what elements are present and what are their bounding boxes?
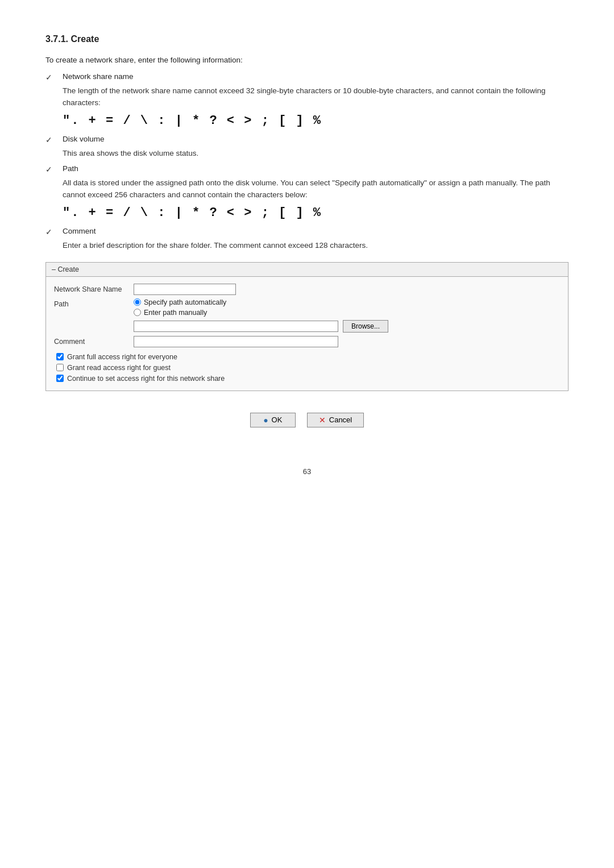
ok-icon: ● bbox=[263, 416, 268, 425]
continue-set-access-label: Continue to set access right for this ne… bbox=[67, 375, 225, 383]
bullet-label-3: Path bbox=[63, 164, 78, 173]
path-auto-option[interactable]: Specify path automatically bbox=[134, 298, 560, 306]
bullet-desc-1: The length of the network share name can… bbox=[63, 85, 569, 109]
grant-read-access-checkbox[interactable] bbox=[56, 364, 64, 371]
path-manual-input[interactable] bbox=[134, 321, 338, 332]
network-share-name-label: Network Share Name bbox=[54, 284, 134, 293]
comment-input[interactable] bbox=[134, 336, 338, 347]
browse-button[interactable]: Browse... bbox=[343, 320, 388, 333]
section-title: 3.7.1. Create bbox=[45, 34, 569, 44]
bullet-item-path: ✓ Path bbox=[45, 164, 569, 174]
cancel-button[interactable]: ✕ Cancel bbox=[307, 413, 364, 427]
bullet-desc-4: Enter a brief description for the share … bbox=[63, 240, 569, 252]
path-controls: Specify path automatically Enter path ma… bbox=[134, 298, 560, 333]
checkmark-icon-3: ✓ bbox=[45, 165, 55, 174]
bullet-item-network-share-name: ✓ Network share name bbox=[45, 72, 569, 82]
checkbox-item-3[interactable]: Continue to set access right for this ne… bbox=[56, 375, 560, 383]
bullet-desc-3: All data is stored under the assigned pa… bbox=[63, 177, 569, 201]
bullet-desc-2: This area shows the disk volume status. bbox=[63, 148, 569, 160]
network-share-name-row: Network Share Name bbox=[54, 284, 560, 295]
checkmark-icon-2: ✓ bbox=[45, 135, 55, 144]
checkbox-item-2[interactable]: Grant read access right for guest bbox=[56, 364, 560, 372]
cancel-icon: ✕ bbox=[319, 416, 326, 425]
checkbox-item-1[interactable]: Grant full access right for everyone bbox=[56, 353, 560, 361]
network-share-name-controls bbox=[134, 284, 560, 295]
ok-button[interactable]: ● OK bbox=[250, 413, 296, 427]
button-row: ● OK ✕ Cancel bbox=[45, 407, 569, 433]
create-panel-body: Network Share Name Path Specify path aut… bbox=[46, 277, 568, 391]
code-block-1: ". + = / \ : | * ? < > ; [ ] % bbox=[63, 114, 569, 128]
path-manual-radio[interactable] bbox=[134, 309, 141, 316]
path-manual-label: Enter path manually bbox=[144, 309, 207, 317]
network-share-name-input[interactable] bbox=[134, 284, 236, 295]
checkmark-icon-1: ✓ bbox=[45, 73, 55, 82]
grant-full-access-checkbox[interactable] bbox=[56, 353, 64, 360]
continue-set-access-checkbox[interactable] bbox=[56, 375, 64, 382]
comment-label: Comment bbox=[54, 336, 134, 346]
create-panel: – Create Network Share Name Path Specify… bbox=[45, 262, 569, 391]
page-number: 63 bbox=[45, 467, 569, 476]
bullet-item-disk-volume: ✓ Disk volume bbox=[45, 135, 569, 144]
path-auto-radio[interactable] bbox=[134, 298, 141, 306]
create-panel-header: – Create bbox=[46, 263, 568, 277]
comment-controls bbox=[134, 336, 560, 347]
bullet-item-comment: ✓ Comment bbox=[45, 227, 569, 236]
path-manual-option[interactable]: Enter path manually bbox=[134, 309, 560, 317]
ok-label: OK bbox=[272, 416, 283, 424]
bullet-label-4: Comment bbox=[63, 227, 96, 235]
checkmark-icon-4: ✓ bbox=[45, 227, 55, 236]
code-block-2: ". + = / \ : | * ? < > ; [ ] % bbox=[63, 206, 569, 220]
grant-full-access-label: Grant full access right for everyone bbox=[67, 353, 177, 361]
path-manual-row: Browse... bbox=[134, 320, 560, 333]
bullet-label-2: Disk volume bbox=[63, 135, 105, 143]
bullet-label-1: Network share name bbox=[63, 72, 134, 81]
comment-row: Comment bbox=[54, 336, 560, 347]
cancel-label: Cancel bbox=[329, 416, 352, 424]
path-row: Path Specify path automatically Enter pa… bbox=[54, 298, 560, 333]
grant-read-access-label: Grant read access right for guest bbox=[67, 364, 171, 372]
path-auto-label: Specify path automatically bbox=[144, 298, 226, 306]
checkbox-section: Grant full access right for everyone Gra… bbox=[54, 353, 560, 383]
path-label: Path bbox=[54, 298, 134, 308]
intro-text: To create a network share, enter the fol… bbox=[45, 56, 569, 64]
